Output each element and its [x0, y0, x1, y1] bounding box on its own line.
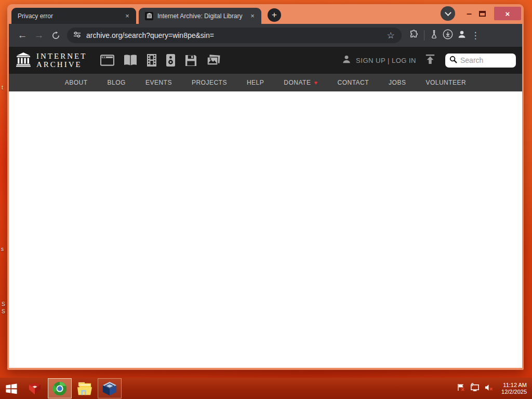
clock-time: 11:12 AM [501, 382, 527, 389]
taskbar-app-virtualbox[interactable] [98, 378, 122, 398]
internet-archive-header: INTERNET ARCHIVE [9, 47, 522, 74]
nav-contact[interactable]: CONTACT [337, 79, 369, 86]
nav-volunteer[interactable]: VOLUNTEER [425, 79, 466, 86]
search-input[interactable] [460, 56, 512, 64]
nav-events[interactable]: EVENTS [145, 79, 172, 86]
search-icon [449, 56, 457, 65]
images-icon[interactable] [206, 54, 221, 67]
ia-nav: ABOUT BLOG EVENTS PROJECTS HELP DONATE♥ … [9, 74, 522, 91]
user-icon [341, 54, 352, 66]
internet-archive-logo-icon[interactable] [15, 51, 32, 70]
maximize-button[interactable] [479, 11, 486, 17]
window-controls: – × [441, 6, 521, 21]
tab-search-button[interactable] [441, 6, 455, 21]
tab-internet-archive[interactable]: Internet Archive: Digital Library × [139, 8, 261, 24]
ia-search-box[interactable] [445, 54, 516, 68]
desktop-icon-label[interactable]: s [1, 246, 4, 252]
upload-icon[interactable] [424, 54, 436, 66]
nav-projects[interactable]: PROJECTS [192, 79, 227, 86]
audio-icon[interactable] [166, 54, 176, 67]
video-icon[interactable] [147, 54, 157, 67]
clock-date: 12/2/2025 [501, 389, 527, 395]
taskbar-app-browser[interactable] [48, 378, 72, 398]
browser-app-icon [52, 381, 68, 396]
url-text[interactable]: archive.org/search?query=win8pe&sin= [86, 31, 385, 39]
taskbar-clock[interactable]: 11:12 AM 12/2/2025 [501, 382, 527, 395]
profile-icon[interactable] [457, 29, 467, 42]
browser-window: Privacy error × Internet Archive: Digita… [7, 4, 524, 370]
tab-privacy-error[interactable]: Privacy error × [11, 8, 136, 24]
minimize-button[interactable]: – [462, 8, 476, 19]
desktop-icon-label[interactable]: t [2, 85, 3, 90]
nav-blog[interactable]: BLOG [108, 79, 126, 86]
labs-flask-icon[interactable] [430, 30, 439, 41]
internet-archive-favicon [145, 12, 153, 20]
tab-title: Internet Archive: Digital Library [157, 12, 248, 20]
new-tab-button[interactable]: + [268, 8, 281, 22]
nav-help[interactable]: HELP [247, 79, 264, 86]
extensions-icon[interactable] [409, 30, 419, 42]
tab-close-icon[interactable]: × [123, 11, 132, 21]
taskbar-app-explorer[interactable] [73, 378, 97, 399]
nav-jobs[interactable]: JOBS [389, 79, 406, 86]
tab-close-icon[interactable]: × [248, 11, 257, 21]
tab-title: Privacy error [18, 12, 123, 20]
browser-toolbar: ← → archive.org/search?query=win8pe&sin=… [9, 24, 522, 47]
bookmark-star-icon[interactable]: ☆ [385, 27, 396, 44]
page-content [9, 91, 522, 368]
toolbar-right: ⋮ [409, 29, 481, 42]
internet-archive-wordmark[interactable]: INTERNET ARCHIVE [36, 52, 87, 69]
ia-header-right: SIGN UP | LOG IN [341, 54, 516, 68]
nav-about[interactable]: ABOUT [65, 79, 88, 86]
software-icon[interactable] [184, 54, 197, 67]
forward-button[interactable]: → [31, 27, 47, 44]
back-button[interactable]: ← [14, 27, 31, 44]
media-type-icons [100, 54, 221, 67]
taskbar: 11:12 AM 12/2/2025 [0, 378, 532, 399]
red-app-icon [27, 382, 43, 395]
downloads-icon[interactable] [442, 29, 454, 42]
desktop-icon-label[interactable]: S [2, 309, 5, 314]
toolbar-divider [424, 30, 424, 41]
close-button[interactable]: × [494, 7, 521, 20]
heart-icon: ♥ [314, 79, 317, 86]
web-icon[interactable] [100, 54, 114, 66]
start-button[interactable] [0, 378, 23, 399]
site-settings-icon[interactable] [73, 31, 81, 41]
tab-strip: Privacy error × Internet Archive: Digita… [9, 4, 522, 24]
chevron-down-icon [445, 9, 451, 16]
browser-menu-icon[interactable]: ⋮ [470, 30, 481, 41]
reload-button[interactable] [47, 27, 64, 44]
action-center-icon[interactable] [457, 383, 466, 394]
file-explorer-icon [76, 381, 93, 396]
virtualbox-icon [102, 381, 117, 396]
signup-login-link[interactable]: SIGN UP | LOG IN [356, 57, 416, 64]
nav-donate[interactable]: DONATE♥ [284, 79, 317, 86]
desktop-icon-label[interactable]: S [2, 301, 5, 307]
desktop: t s S S Privacy error × Internet Archive… [0, 0, 532, 399]
texts-icon[interactable] [123, 54, 138, 66]
system-tray: 11:12 AM 12/2/2025 [457, 378, 532, 399]
taskbar-app-red[interactable] [23, 378, 47, 399]
volume-muted-icon[interactable] [484, 383, 494, 394]
network-icon[interactable] [470, 383, 480, 394]
windows-logo-icon [5, 382, 18, 395]
address-bar[interactable]: archive.org/search?query=win8pe&sin= ☆ [67, 28, 402, 43]
